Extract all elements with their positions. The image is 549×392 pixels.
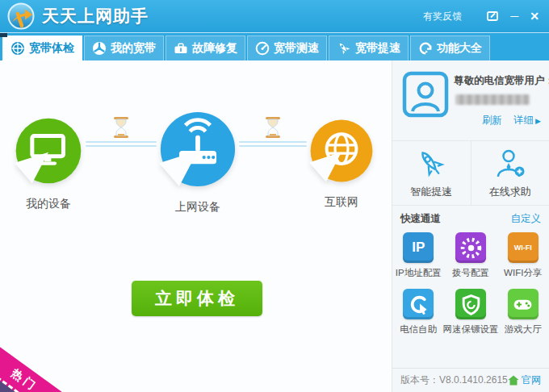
- quick-channel-grid: IP IP地址配置 拨号配置 WI-FI: [392, 229, 549, 339]
- quick-item-wifi-share[interactable]: WI-FI WIFI分享: [499, 232, 548, 279]
- user-avatar-icon: [402, 71, 449, 118]
- node-internet: 互联网: [309, 119, 374, 210]
- dial-config-icon: [455, 232, 486, 263]
- close-button[interactable]: ✕: [530, 10, 539, 23]
- speed-test-icon: [255, 41, 270, 56]
- app-logo-icon: [6, 2, 36, 30]
- hot-corner-ribbon[interactable]: 热门: [0, 339, 68, 392]
- quick-item-label: IP地址配置: [396, 267, 442, 279]
- tab-label: 功能大全: [437, 41, 482, 56]
- quick-item-game-hall[interactable]: 游戏大厅: [499, 289, 548, 336]
- connection-line: [239, 145, 307, 147]
- online-help-icon: [493, 147, 527, 181]
- node-router: 上网设备: [159, 111, 237, 215]
- quick-item-label: 电信自助: [400, 323, 437, 336]
- ribbon-label: 热门: [8, 365, 40, 392]
- tab-fault-repair[interactable]: 故障修复: [166, 35, 245, 60]
- quick-item-ip-config[interactable]: IP IP地址配置: [394, 232, 443, 279]
- node-my-devices: 我的设备: [15, 117, 82, 211]
- ip-config-icon: IP: [403, 232, 434, 263]
- tab-all-features[interactable]: 功能大全: [410, 35, 490, 60]
- tab-label: 故障修复: [192, 41, 237, 56]
- computer-icon: [15, 117, 82, 185]
- version-bar: 版本号：V8.0.1410.2615 官网: [392, 368, 549, 392]
- customize-link[interactable]: 自定义: [511, 212, 542, 226]
- rocket-icon: [414, 147, 448, 181]
- account-number-blurred: [455, 94, 530, 105]
- wifi-share-icon: WI-FI: [508, 232, 539, 263]
- sidebar: 尊敬的电信宽带用户： 刷新 详细 ▶: [392, 60, 549, 392]
- action-label: 在线求助: [489, 185, 531, 199]
- node-label: 上网设备: [175, 200, 220, 215]
- quick-item-label: 网速保镖设置: [443, 323, 499, 336]
- router-icon: [159, 111, 237, 188]
- action-row: 智能提速 在线求助: [392, 141, 549, 206]
- user-greeting: 尊敬的电信宽带用户：: [454, 74, 549, 88]
- official-site-link[interactable]: 官网: [508, 373, 541, 387]
- tab-label: 我的宽带: [111, 41, 156, 56]
- refresh-link[interactable]: 刷新: [482, 114, 502, 127]
- app-title: 天天上网助手: [42, 5, 149, 27]
- online-help-button[interactable]: 在线求助: [471, 141, 549, 205]
- quick-item-label: WIFI分享: [504, 267, 542, 279]
- repair-icon: [174, 41, 188, 56]
- speed-up-icon: [337, 41, 351, 56]
- connector-left: [86, 139, 157, 149]
- tab-speed-test[interactable]: 宽带测速: [247, 35, 327, 60]
- home-icon: [508, 375, 519, 386]
- health-check-icon: [10, 41, 25, 56]
- quick-item-speed-guard[interactable]: 网速保镖设置: [443, 289, 499, 336]
- tab-label: 宽带测速: [274, 41, 319, 56]
- quick-item-telecom-self[interactable]: 电信自助: [394, 289, 443, 336]
- user-panel: 尊敬的电信宽带用户： 刷新 详细 ▶: [392, 60, 549, 141]
- shield-icon: [455, 289, 486, 319]
- user-links: 刷新 详细 ▶: [482, 114, 541, 127]
- feedback-link[interactable]: 有奖反馈: [423, 10, 462, 23]
- gamepad-icon: [508, 289, 539, 319]
- connection-line: [86, 145, 157, 147]
- my-broadband-icon: [92, 41, 107, 56]
- content-area: 我的设备: [0, 60, 549, 392]
- hourglass-icon: [113, 117, 129, 138]
- tab-label: 宽带体检: [29, 41, 74, 56]
- quick-channel-title: 快速通道: [400, 212, 441, 226]
- check-now-button[interactable]: 立即体检: [132, 281, 262, 316]
- telecom-self-icon: [403, 289, 434, 319]
- features-icon: [418, 41, 433, 56]
- tab-label: 宽带提速: [355, 41, 400, 56]
- hourglass-icon: [265, 117, 281, 138]
- globe-icon: [309, 119, 374, 183]
- app-window: 天天上网助手 有奖反馈 ─ ✕ 宽带体检: [0, 0, 549, 392]
- tab-broadband-check[interactable]: 宽带体检: [2, 35, 82, 60]
- version-label: 版本号：V8.0.1410.2615: [400, 373, 508, 387]
- tab-bar: 宽带体检 我的宽带 故障修复 宽带测速: [0, 32, 549, 60]
- quick-item-label: 拨号配置: [452, 267, 489, 279]
- quick-channel-header: 快速通道 自定义: [392, 206, 549, 229]
- arrow-right-icon: ▶: [535, 117, 541, 125]
- feedback-icon[interactable]: [486, 10, 499, 23]
- connection-line: [86, 141, 157, 143]
- connection-line: [239, 141, 307, 143]
- minimize-button[interactable]: ─: [510, 10, 518, 23]
- quick-item-label: 游戏大厅: [505, 323, 542, 336]
- ribbon-fold: 热门: [0, 339, 68, 392]
- smart-speedup-button[interactable]: 智能提速: [392, 141, 471, 205]
- node-label: 我的设备: [26, 197, 71, 211]
- tab-my-broadband[interactable]: 我的宽带: [84, 35, 164, 60]
- action-label: 智能提速: [410, 185, 452, 199]
- detail-link[interactable]: 详细 ▶: [513, 114, 541, 127]
- main-panel: 我的设备: [0, 60, 392, 392]
- title-bar: 天天上网助手 有奖反馈 ─ ✕: [0, 0, 549, 32]
- connector-right: [239, 139, 307, 149]
- tab-corner-accent: [0, 33, 7, 37]
- quick-item-dial-config[interactable]: 拨号配置: [443, 232, 499, 279]
- tab-speed-up[interactable]: 宽带提速: [329, 35, 409, 60]
- node-label: 互联网: [325, 195, 358, 210]
